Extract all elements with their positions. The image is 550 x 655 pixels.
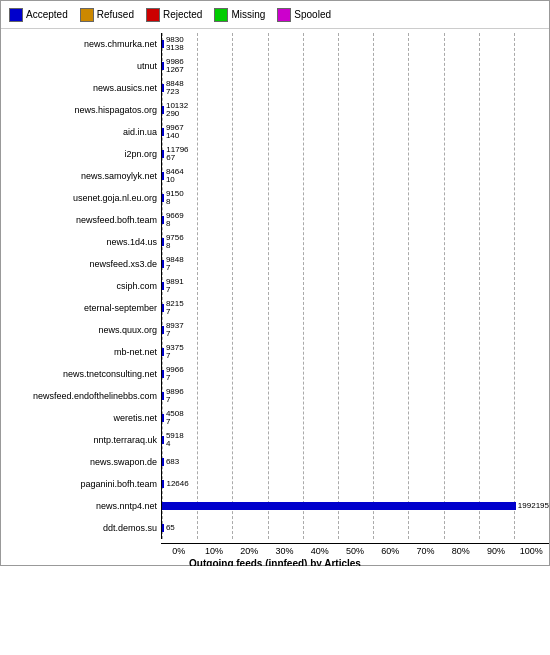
legend-label: Refused bbox=[97, 9, 134, 20]
bar-accepted bbox=[162, 436, 164, 444]
bar-row: 98303138 bbox=[162, 33, 549, 55]
chart-container: AcceptedRefusedRejectedMissingSpooled ne… bbox=[0, 0, 550, 566]
bar-row: 10132290 bbox=[162, 99, 549, 121]
bar-accepted bbox=[162, 480, 164, 488]
bar-accepted bbox=[162, 370, 164, 378]
legend-item-rejected: Rejected bbox=[146, 8, 202, 22]
bar-accepted bbox=[162, 502, 516, 510]
bar-number-label: 97568 bbox=[166, 234, 184, 250]
legend-item-spooled: Spooled bbox=[277, 8, 331, 22]
x-tick: 30% bbox=[267, 544, 302, 556]
bar-number-label: 98303138 bbox=[166, 36, 184, 52]
y-label: news.ausics.net bbox=[1, 77, 157, 99]
bar-accepted bbox=[162, 282, 164, 290]
x-tick: 0% bbox=[161, 544, 196, 556]
bar-row: 1179667 bbox=[162, 143, 549, 165]
bar-number-label: 99667 bbox=[166, 366, 184, 382]
bar-row: 846410 bbox=[162, 165, 549, 187]
y-label: usenet.goja.nl.eu.org bbox=[1, 187, 157, 209]
y-label: eternal-september bbox=[1, 297, 157, 319]
y-label: utnut bbox=[1, 55, 157, 77]
bar-row: 683 bbox=[162, 451, 549, 473]
x-tick: 60% bbox=[373, 544, 408, 556]
bar-accepted bbox=[162, 238, 164, 246]
legend-color bbox=[277, 8, 291, 22]
legend-label: Spooled bbox=[294, 9, 331, 20]
bar-number-label: 9967140 bbox=[166, 124, 184, 140]
y-label: csiph.com bbox=[1, 275, 157, 297]
bar-number-label: 96698 bbox=[166, 212, 184, 228]
x-axis: 0%10%20%30%40%50%60%70%80%90%100% Outgoi… bbox=[1, 543, 549, 566]
bar-row: 91508 bbox=[162, 187, 549, 209]
bars-area: 9830313899861267884872310132290996714011… bbox=[161, 33, 549, 539]
bar-row: 65 bbox=[162, 517, 549, 539]
bar-number-label: 1992195 bbox=[518, 502, 549, 510]
x-tick: 80% bbox=[443, 544, 478, 556]
y-label: news.chmurka.net bbox=[1, 33, 157, 55]
y-label: news.swapon.de bbox=[1, 451, 157, 473]
y-label: mb-net.net bbox=[1, 341, 157, 363]
bar-number-label: 10132290 bbox=[166, 102, 188, 118]
y-label: i2pn.org bbox=[1, 143, 157, 165]
y-label: newsfeed.xs3.de bbox=[1, 253, 157, 275]
bar-accepted bbox=[162, 216, 164, 224]
x-tick: 90% bbox=[478, 544, 513, 556]
y-label: nntp.terraraq.uk bbox=[1, 429, 157, 451]
bars-rows: 9830313899861267884872310132290996714011… bbox=[162, 33, 549, 539]
y-label: news.1d4.us bbox=[1, 231, 157, 253]
bar-number-label: 59184 bbox=[166, 432, 184, 448]
x-tick: 70% bbox=[408, 544, 443, 556]
legend-color bbox=[9, 8, 23, 22]
bar-accepted bbox=[162, 150, 164, 158]
bar-accepted bbox=[162, 348, 164, 356]
bar-accepted bbox=[162, 172, 164, 180]
legend-item-missing: Missing bbox=[214, 8, 265, 22]
bar-accepted bbox=[162, 40, 164, 48]
bar-row: 1992195 bbox=[162, 495, 549, 517]
bar-row: 59184 bbox=[162, 429, 549, 451]
x-tick: 50% bbox=[337, 544, 372, 556]
legend-color bbox=[80, 8, 94, 22]
bar-number-label: 12646 bbox=[166, 480, 188, 488]
y-label: paganini.bofh.team bbox=[1, 473, 157, 495]
legend-color bbox=[214, 8, 228, 22]
bar-number-label: 683 bbox=[166, 458, 179, 466]
x-tick: 20% bbox=[232, 544, 267, 556]
y-labels: news.chmurka.netutnutnews.ausics.netnews… bbox=[1, 33, 161, 539]
bar-number-label: 98487 bbox=[166, 256, 184, 272]
bar-accepted bbox=[162, 414, 164, 422]
legend-label: Rejected bbox=[163, 9, 202, 20]
bar-row: 98967 bbox=[162, 385, 549, 407]
bar-row: 96698 bbox=[162, 209, 549, 231]
x-tick: 40% bbox=[302, 544, 337, 556]
bar-row: 97568 bbox=[162, 231, 549, 253]
bar-number-label: 45087 bbox=[166, 410, 184, 426]
bar-row: 45087 bbox=[162, 407, 549, 429]
y-label: newsfeed.endofthelinebbs.com bbox=[1, 385, 157, 407]
bar-accepted bbox=[162, 304, 164, 312]
bar-row: 8848723 bbox=[162, 77, 549, 99]
y-label: news.samoylyk.net bbox=[1, 165, 157, 187]
x-tick: 100% bbox=[514, 544, 549, 556]
bar-row: 98487 bbox=[162, 253, 549, 275]
bar-number-label: 89377 bbox=[166, 322, 184, 338]
legend-color bbox=[146, 8, 160, 22]
bar-accepted bbox=[162, 326, 164, 334]
bar-accepted bbox=[162, 392, 164, 400]
legend-item-accepted: Accepted bbox=[9, 8, 68, 22]
y-label: aid.in.ua bbox=[1, 121, 157, 143]
legend: AcceptedRefusedRejectedMissingSpooled bbox=[1, 1, 549, 29]
bar-row: 99667 bbox=[162, 363, 549, 385]
y-label: news.tnetconsulting.net bbox=[1, 363, 157, 385]
bar-row: 12646 bbox=[162, 473, 549, 495]
x-ticks: 0%10%20%30%40%50%60%70%80%90%100% bbox=[161, 543, 549, 556]
legend-label: Accepted bbox=[26, 9, 68, 20]
bar-number-label: 82157 bbox=[166, 300, 184, 316]
bar-row: 99861267 bbox=[162, 55, 549, 77]
bar-row: 98917 bbox=[162, 275, 549, 297]
x-title: Outgoing feeds (innfeed) by Articles bbox=[1, 558, 549, 566]
bar-number-label: 846410 bbox=[166, 168, 184, 184]
y-label: weretis.net bbox=[1, 407, 157, 429]
bar-number-label: 1179667 bbox=[166, 146, 188, 162]
bar-accepted bbox=[162, 62, 164, 70]
